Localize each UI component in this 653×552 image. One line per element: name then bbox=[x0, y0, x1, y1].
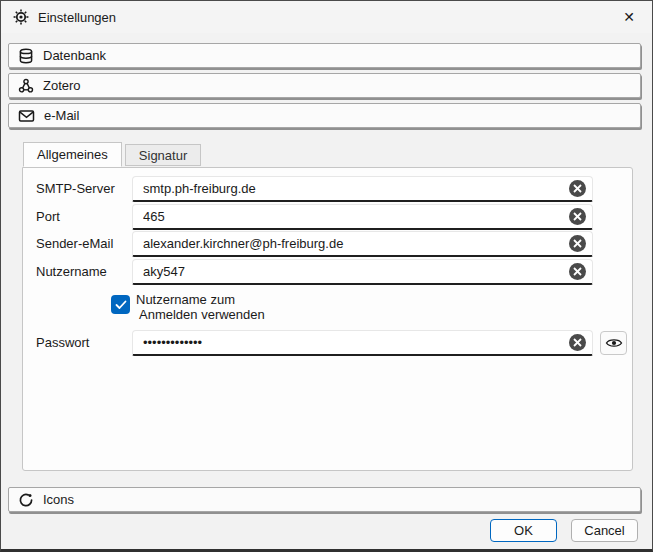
passwort-field-wrap bbox=[132, 330, 593, 356]
port-field-wrap bbox=[132, 204, 593, 230]
zotero-icon bbox=[18, 78, 34, 94]
smtp-server-input[interactable] bbox=[132, 176, 593, 202]
section-header-datenbank[interactable]: Datenbank bbox=[8, 43, 641, 68]
passwort-label: Passwort bbox=[36, 330, 89, 356]
port-label: Port bbox=[36, 204, 60, 230]
section-header-zotero[interactable]: Zotero bbox=[8, 73, 641, 98]
show-password-button[interactable] bbox=[600, 331, 627, 355]
smtp-server-label: SMTP-Server bbox=[36, 176, 115, 202]
smtp-server-field-wrap bbox=[132, 176, 593, 202]
clear-smtp-icon[interactable] bbox=[569, 180, 586, 197]
login-checkbox-label: Nutzername zum Anmelden verwenden bbox=[134, 292, 265, 322]
envelope-icon bbox=[18, 108, 35, 124]
database-icon bbox=[18, 48, 34, 64]
section-header-icons[interactable]: Icons bbox=[8, 487, 641, 512]
tab-signatur[interactable]: Signatur bbox=[125, 144, 201, 166]
nutzername-label: Nutzername bbox=[36, 259, 107, 285]
clear-nutzername-icon[interactable] bbox=[569, 263, 586, 280]
sender-email-label: Sender-eMail bbox=[36, 231, 113, 257]
section-label: Icons bbox=[43, 492, 74, 507]
close-button[interactable]: ✕ bbox=[606, 1, 652, 33]
email-settings-panel: SMTP-Server Port Sender-eMail Nutzername bbox=[22, 167, 633, 471]
clear-port-icon[interactable] bbox=[569, 208, 586, 225]
section-label: e-Mail bbox=[44, 108, 79, 123]
cancel-button[interactable]: Cancel bbox=[571, 519, 638, 542]
section-header-email[interactable]: e-Mail bbox=[8, 103, 641, 128]
section-label: Zotero bbox=[43, 78, 81, 93]
checkmark-icon bbox=[115, 300, 127, 310]
tab-allgemeines[interactable]: Allgemeines bbox=[23, 142, 122, 167]
nutzername-field-wrap bbox=[132, 259, 593, 285]
eye-icon bbox=[605, 337, 623, 349]
nutzername-input[interactable] bbox=[132, 259, 593, 285]
refresh-icon bbox=[18, 492, 34, 508]
login-checkbox[interactable] bbox=[111, 295, 130, 314]
section-label: Datenbank bbox=[43, 48, 106, 63]
port-input[interactable] bbox=[132, 204, 593, 230]
titlebar: Einstellungen ✕ bbox=[1, 1, 652, 33]
sender-email-input[interactable] bbox=[132, 231, 593, 257]
clear-passwort-icon[interactable] bbox=[569, 334, 586, 351]
settings-dialog: Einstellungen ✕ Datenbank Zotero e-Mail … bbox=[0, 0, 653, 552]
passwort-input[interactable] bbox=[132, 330, 593, 356]
gear-icon bbox=[13, 9, 29, 25]
clear-sender-email-icon[interactable] bbox=[569, 235, 586, 252]
ok-button[interactable]: OK bbox=[490, 519, 557, 542]
email-tab-bar: Allgemeines Signatur bbox=[23, 142, 201, 166]
window-title: Einstellungen bbox=[38, 10, 116, 25]
sender-email-field-wrap bbox=[132, 231, 593, 257]
login-checkbox-row: Nutzername zum Anmelden verwenden bbox=[111, 292, 265, 322]
